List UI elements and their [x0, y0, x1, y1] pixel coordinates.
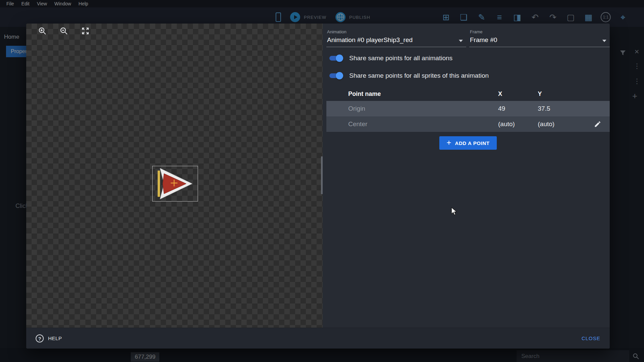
edit-points-dialog: Animation Animation #0 playerShip3_red F…: [26, 24, 610, 349]
point-x-value[interactable]: 49: [498, 105, 538, 112]
add-point-label: ADD A POINT: [455, 140, 490, 146]
frame-select-label: Frame: [470, 29, 610, 34]
point-y-value[interactable]: (auto): [538, 120, 586, 128]
ship-stripe: [158, 171, 160, 197]
point-name: Center: [326, 120, 498, 128]
share-points-all-animations-toggle[interactable]: [328, 54, 343, 62]
fit-to-screen-button[interactable]: [78, 24, 93, 38]
chevron-down-icon: [602, 40, 606, 42]
toggle-label: Share same points for all animations: [349, 55, 452, 62]
y-header: Y: [538, 90, 586, 98]
zoom-out-button[interactable]: [56, 24, 71, 38]
help-icon: ?: [36, 334, 44, 342]
points-panel: Animation Animation #0 playerShip3_red F…: [323, 24, 610, 328]
table-row-origin[interactable]: Origin 49 37.5: [326, 101, 610, 116]
plus-icon: +: [446, 139, 451, 147]
edit-point-button[interactable]: [586, 120, 610, 128]
points-table-header: Point name X Y: [326, 87, 610, 101]
point-name-header: Point name: [326, 90, 498, 98]
dialog-footer: ? HELP CLOSE: [26, 328, 610, 349]
fit-to-screen-icon: [81, 27, 90, 35]
toggle-label: Share same points for all sprites of thi…: [349, 72, 489, 79]
table-row-center[interactable]: Center (auto) (auto): [326, 116, 610, 132]
add-point-button[interactable]: + ADD A POINT: [439, 136, 496, 150]
point-x-value[interactable]: (auto): [498, 120, 538, 128]
chevron-down-icon: [459, 40, 463, 42]
pencil-icon: [594, 120, 601, 128]
zoom-in-icon: [38, 27, 47, 35]
sprite-canvas[interactable]: [26, 24, 323, 328]
help-button[interactable]: ? HELP: [36, 334, 62, 342]
sprite-image[interactable]: [152, 166, 198, 202]
animation-select-label: Animation: [327, 29, 466, 34]
help-label: HELP: [48, 335, 62, 341]
point-y-value[interactable]: 37.5: [538, 105, 586, 112]
x-header: X: [498, 90, 538, 98]
close-button[interactable]: CLOSE: [581, 335, 600, 341]
share-points-all-sprites-toggle[interactable]: [328, 72, 343, 80]
zoom-out-icon: [59, 27, 68, 35]
frame-select-value: Frame #0: [470, 36, 610, 44]
frame-select[interactable]: Frame Frame #0: [469, 28, 610, 47]
zoom-in-button[interactable]: [35, 24, 50, 38]
points-table: Point name X Y Origin 49 37.5 Center (au…: [326, 87, 610, 132]
animation-select-value: Animation #0 playerShip3_red: [327, 36, 466, 44]
point-name: Origin: [326, 105, 498, 112]
animation-select[interactable]: Animation Animation #0 playerShip3_red: [326, 28, 466, 47]
